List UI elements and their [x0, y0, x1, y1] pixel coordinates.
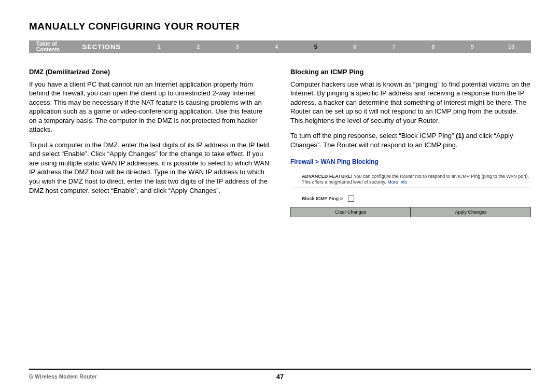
section-link-3[interactable]: 3	[218, 44, 257, 50]
sections-label: SECTIONS	[82, 43, 139, 51]
breadcrumb-wan-ping[interactable]: WAN Ping Blocking	[320, 158, 378, 165]
toc-link[interactable]: Table of Contents	[29, 41, 82, 52]
dmz-paragraph-1: If you have a client PC that cannot run …	[29, 80, 270, 134]
icmp-heading: Blocking an ICMP Ping	[290, 67, 531, 77]
block-icmp-checkbox[interactable]	[348, 195, 354, 202]
breadcrumb: Firewall > WAN Ping Blocking	[290, 158, 531, 166]
section-link-10[interactable]: 10	[492, 44, 531, 50]
chevron-right-icon: >	[315, 158, 320, 165]
dmz-paragraph-2: To put a computer in the DMZ, enter the …	[29, 141, 270, 195]
section-link-7[interactable]: 7	[374, 44, 414, 50]
breadcrumb-firewall[interactable]: Firewall	[290, 158, 314, 165]
icmp-paragraph-2: To turn off the ping response, select “B…	[290, 131, 531, 149]
section-navbar: Table of Contents SECTIONS 1 2 3 4 5 6 7…	[29, 40, 531, 53]
page-footer: G Wireless Modem Router 47	[29, 369, 531, 380]
block-icmp-label: Block ICMP Ping >	[302, 195, 343, 202]
dmz-heading: DMZ (Demilitarized Zone)	[29, 67, 270, 77]
icmp-paragraph-1: Computer hackers use what is known as “p…	[290, 80, 531, 125]
section-link-2[interactable]: 2	[178, 44, 218, 50]
page-title: MANUALLY CONFIGURING YOUR ROUTER	[29, 21, 531, 32]
section-link-5[interactable]: 5	[296, 44, 335, 50]
left-column: DMZ (Demilitarized Zone) If you have a c…	[29, 67, 270, 217]
footer-product-name: G Wireless Modem Router	[29, 374, 97, 380]
section-link-6[interactable]: 6	[335, 44, 374, 50]
advanced-feature-text: ADVANCED FEATURE! You can configure the …	[302, 174, 531, 186]
footer-page-number: 47	[276, 373, 284, 381]
more-info-link[interactable]: More Info	[387, 179, 407, 185]
section-link-4[interactable]: 4	[257, 44, 296, 50]
section-link-8[interactable]: 8	[413, 44, 453, 50]
clear-changes-button[interactable]: Clear Changes	[290, 207, 411, 217]
screenshot-panel: Firewall > WAN Ping Blocking ADVANCED FE…	[290, 156, 531, 217]
section-link-9[interactable]: 9	[453, 44, 492, 50]
apply-changes-button[interactable]: Apply Changes	[411, 207, 531, 217]
section-link-1[interactable]: 1	[139, 44, 179, 50]
right-column: Blocking an ICMP Ping Computer hackers u…	[290, 67, 531, 217]
